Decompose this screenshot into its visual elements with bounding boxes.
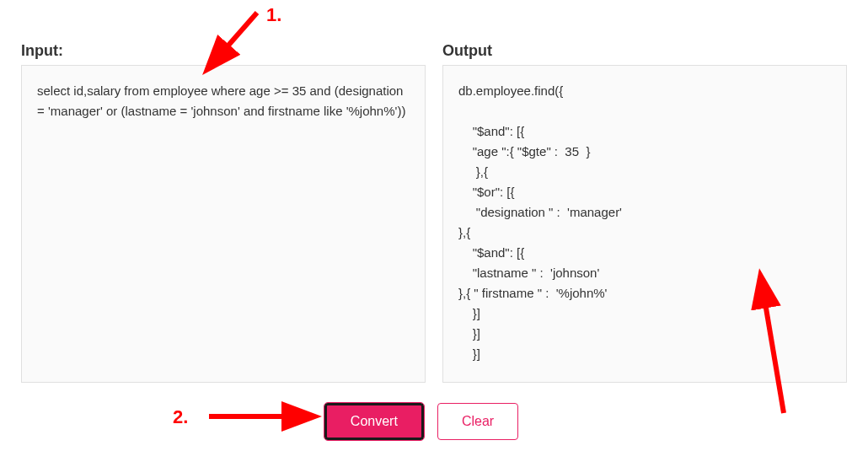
output-label: Output [442, 42, 847, 60]
button-row: Convert Clear [0, 403, 868, 440]
clear-button[interactable]: Clear [437, 403, 518, 440]
input-label: Input: [21, 42, 426, 60]
output-panel: Output db.employee.find({ "$and": [{ "ag… [442, 42, 847, 383]
input-textarea[interactable]: select id,salary from employee where age… [21, 65, 426, 383]
output-textarea[interactable]: db.employee.find({ "$and": [{ "age ":{ "… [442, 65, 847, 383]
input-panel: Input: select id,salary from employee wh… [21, 42, 426, 383]
convert-button[interactable]: Convert [324, 403, 424, 440]
